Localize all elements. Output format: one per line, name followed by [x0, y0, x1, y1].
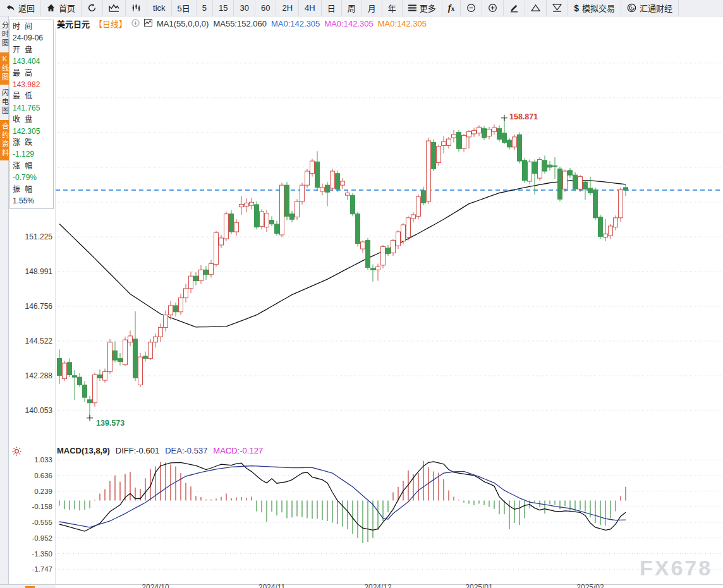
candle-body — [507, 140, 512, 147]
candle-body — [204, 270, 209, 274]
home-icon — [47, 4, 56, 12]
candle-body — [73, 376, 77, 377]
toolbar-item-back[interactable]: 返回 — [0, 0, 41, 16]
toolbar-item-week[interactable]: 周 — [342, 0, 362, 16]
candle-body — [376, 267, 380, 270]
toolbar-item-pattern-down[interactable] — [547, 0, 568, 16]
toolbar-item-more[interactable]: 更多 — [403, 0, 442, 16]
toolbar-item-zoom-out[interactable] — [461, 0, 482, 16]
sidebar-tab-lightning-chart[interactable]: 闪电图 — [0, 87, 9, 118]
toolbar-item-label: 5 — [202, 3, 207, 13]
sidebar-tab-time-chart[interactable]: 分时图 — [0, 19, 9, 51]
macd-axis-label: -0.952 — [32, 534, 52, 542]
candle-body — [447, 139, 451, 145]
candle-body — [361, 242, 365, 249]
time-axis-label: 2024/12 — [364, 583, 392, 588]
back-arrow-icon — [6, 4, 15, 12]
info-value: -1.129 — [13, 148, 53, 160]
toolbar-item-label: 30 — [240, 3, 248, 13]
candle-body — [351, 195, 355, 214]
candle-body — [624, 188, 628, 190]
info-label: 最 低 — [13, 90, 53, 102]
info-label: 时 间 — [13, 21, 53, 32]
candle-body — [593, 190, 598, 218]
zoom-in-icon — [488, 3, 497, 13]
toolbar-item-4h[interactable]: 4H — [299, 0, 322, 16]
sidebar-tab-contract-info[interactable]: 合约资料 — [0, 120, 9, 160]
candle-body — [270, 220, 274, 224]
toolbar-item-kline-chart[interactable] — [103, 0, 126, 16]
candle-body — [533, 162, 537, 173]
toolbar-item-year[interactable]: 年 — [382, 0, 403, 16]
candle-body — [553, 165, 557, 166]
toolbar-item-5day[interactable]: 5日 — [172, 0, 197, 16]
toolbar-item-zoom-in[interactable] — [482, 0, 504, 16]
candle-body — [346, 193, 350, 195]
info-label: 振 幅 — [13, 184, 53, 195]
toolbar-item-draw[interactable] — [504, 0, 525, 16]
toolbar-item-indicator-fx[interactable]: fx — [442, 0, 461, 16]
candle-body — [184, 289, 188, 298]
candle-body — [118, 359, 123, 362]
candle-body — [543, 160, 547, 171]
circle-plus-icon[interactable] — [131, 19, 140, 29]
candle-body — [437, 147, 441, 163]
candle-body — [558, 169, 562, 199]
toolbar-item-30min[interactable]: 30 — [234, 0, 255, 16]
toolbar-item-month[interactable]: 月 — [362, 0, 382, 16]
candle-body — [416, 197, 421, 217]
macd-axis-label: 0.239 — [34, 488, 52, 495]
info-label: 最 高 — [13, 68, 53, 79]
candle-body — [245, 203, 249, 206]
info-value: -0.79% — [13, 172, 53, 183]
indicator-settings-icon[interactable] — [12, 447, 21, 459]
candle-body — [265, 213, 269, 227]
toolbar-item-fx678[interactable]: 汇通财经 — [621, 0, 679, 16]
candle-body — [609, 226, 613, 236]
fx678-logo-icon — [627, 3, 636, 13]
toolbar-item-volume-bars[interactable] — [126, 0, 147, 16]
info-value: 1.55% — [13, 195, 53, 207]
sidebar-tab-kline-chart[interactable]: K线图 — [0, 52, 9, 85]
candle-body — [189, 276, 193, 289]
candle-body — [477, 127, 482, 133]
ma-settings-label: MA1(55,0,0,0) — [157, 19, 209, 28]
candle-body — [98, 375, 102, 378]
toolbar-item-label: 2H — [282, 3, 293, 13]
toolbar-item-label: 返回 — [18, 2, 35, 14]
candle-body — [331, 171, 335, 188]
toolbar-item-label: 60 — [261, 3, 270, 13]
toolbar-item-sim-trading[interactable]: $模拟交易 — [568, 0, 621, 16]
macd-diff-value: DIFF:-0.601 — [116, 446, 159, 455]
toolbar-item-15min[interactable]: 15 — [213, 0, 234, 16]
mini-chart-icon[interactable] — [144, 19, 152, 28]
toolbar-item-home[interactable]: 首页 — [41, 0, 82, 16]
toolbar-item-pattern-up[interactable] — [525, 0, 547, 16]
toolbar-item-60min[interactable]: 60 — [255, 0, 276, 16]
candle-body — [432, 142, 436, 169]
candle-body — [229, 214, 234, 232]
app-window: { "toolbar": { "items": [ {"name":"back"… — [0, 0, 723, 588]
toolbar-item-refresh[interactable] — [82, 0, 103, 16]
price-axis-label: 144.522 — [25, 337, 53, 345]
candle-body — [583, 182, 588, 189]
candle-body — [482, 128, 487, 138]
toolbar-item-5min[interactable]: 5 — [197, 0, 213, 16]
candle-body — [149, 342, 153, 359]
candle-body — [462, 135, 466, 148]
ma55-line — [59, 181, 626, 327]
candle-body — [255, 205, 259, 227]
toolbar-item-label: 4H — [305, 3, 315, 13]
toolbar-item-tick[interactable]: tick — [147, 0, 172, 16]
triangle-down-icon — [552, 4, 562, 12]
toolbar-item-day[interactable]: 日 — [322, 0, 342, 16]
bottom-axis-corner — [0, 584, 56, 588]
candle-body — [366, 241, 370, 268]
price-axis-label: 151.225 — [25, 232, 53, 241]
chart-canvas[interactable]: FX678158.871139.573151.225148.991146.756… — [0, 0, 723, 588]
candle-body — [58, 359, 62, 376]
candle-body — [224, 214, 229, 239]
candle-body — [123, 340, 128, 364]
candle-body — [305, 171, 310, 185]
toolbar-item-2h[interactable]: 2H — [276, 0, 299, 16]
